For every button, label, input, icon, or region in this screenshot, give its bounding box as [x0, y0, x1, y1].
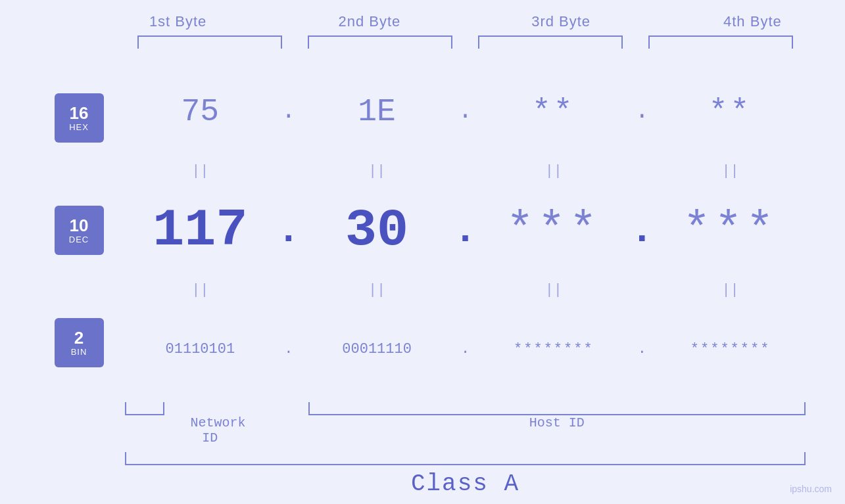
bin-b4: ******** — [690, 341, 771, 357]
byte4-header: 4th Byte — [657, 13, 845, 30]
dec-b1: 117 — [153, 200, 247, 260]
bin-badge: 2 BIN — [55, 318, 104, 367]
bin-badge-label: BIN — [71, 347, 87, 357]
dec-b4: *** — [683, 204, 778, 256]
hex-badge-label: HEX — [69, 122, 89, 132]
dec-dot3: . — [629, 208, 655, 253]
network-bracket-container — [125, 402, 295, 415]
dec-dot2: . — [452, 208, 479, 253]
watermark: ipshu.com — [790, 484, 832, 494]
bracket-cell-4 — [635, 35, 806, 49]
badges-column: 16 HEX 10 DEC 2 BIN — [39, 62, 125, 399]
hex-b4: ** — [709, 94, 752, 129]
hex-b1-cell: 75 — [125, 94, 276, 129]
top-brackets — [125, 35, 806, 49]
eq1-3: || — [479, 163, 629, 179]
equals-row-1: || || || || — [125, 161, 806, 181]
network-bracket — [125, 402, 164, 415]
dec-b3-cell: *** — [479, 204, 629, 256]
eq2-3: || — [479, 282, 629, 298]
data-columns: 75 . 1E . ** . ** — [125, 62, 806, 399]
bin-dot1: . — [276, 341, 302, 357]
bottom-brackets-row — [125, 402, 806, 415]
dec-b4-cell: *** — [655, 204, 806, 256]
hex-b2-cell: 1E — [302, 94, 452, 129]
class-label: Class A — [125, 470, 806, 497]
hex-badge: 16 HEX — [55, 93, 104, 143]
top-bracket-2 — [308, 35, 452, 49]
bottom-section: Network ID Host ID Class A — [125, 402, 806, 497]
host-id-label-container: Host ID — [302, 415, 806, 446]
dec-badge: 10 DEC — [55, 206, 104, 255]
top-bracket-3 — [478, 35, 623, 49]
eq1-1: || — [125, 163, 276, 179]
hex-b1: 75 — [181, 94, 220, 129]
bracket-cell-2 — [295, 35, 466, 49]
bin-badge-num: 2 — [74, 329, 84, 348]
byte3-header: 3rd Byte — [466, 13, 657, 30]
host-id-label: Host ID — [529, 415, 585, 430]
top-bracket-4 — [648, 35, 793, 49]
dec-b3: *** — [506, 204, 601, 256]
eq2-4: || — [655, 282, 806, 298]
host-bracket-container — [302, 402, 806, 415]
eq1-4: || — [655, 163, 806, 179]
network-id-label-container: Network ID — [125, 415, 295, 446]
main-container: 1st Byte 2nd Byte 3rd Byte 4th Byte 16 H… — [0, 0, 845, 504]
eq2-1: || — [125, 282, 276, 298]
hex-dot1: . — [276, 98, 302, 125]
bin-dot2: . — [452, 341, 479, 357]
hex-b4-cell: ** — [655, 94, 806, 129]
hex-dot3: . — [629, 98, 655, 125]
bin-b2-cell: 00011110 — [302, 341, 452, 357]
equals-row-2: || || || || — [125, 280, 806, 300]
byte2-header: 2nd Byte — [274, 13, 465, 30]
byte-headers: 1st Byte 2nd Byte 3rd Byte 4th Byte — [82, 13, 845, 30]
bin-b1-cell: 01110101 — [125, 341, 276, 357]
bin-b2: 00011110 — [342, 341, 412, 357]
dec-dot1: . — [276, 208, 302, 253]
dec-badge-num: 10 — [70, 216, 89, 235]
bin-b1: 01110101 — [166, 341, 235, 357]
eq2-2: || — [302, 282, 452, 298]
dec-row: 117 . 30 . *** . *** — [125, 181, 806, 280]
dec-b1-cell: 117 — [125, 200, 276, 260]
hex-b2: 1E — [358, 94, 396, 129]
hex-dot2: . — [452, 98, 479, 125]
top-bracket-1 — [137, 35, 282, 49]
bin-row: 01110101 . 00011110 . ******** . — [125, 300, 806, 399]
bin-dot3: . — [629, 341, 655, 357]
bin-b3: ******** — [514, 341, 594, 357]
bracket-cell-3 — [466, 35, 636, 49]
dec-b2: 30 — [345, 200, 408, 260]
labels-row: Network ID Host ID — [125, 415, 806, 446]
hex-badge-num: 16 — [70, 104, 89, 123]
bracket-cell-1 — [125, 35, 295, 49]
network-id-label: Network ID — [191, 415, 230, 446]
dec-badge-label: DEC — [69, 235, 89, 244]
content-area: 16 HEX 10 DEC 2 BIN 75 . — [39, 62, 806, 399]
bin-b4-cell: ******** — [655, 341, 806, 357]
hex-b3-cell: ** — [479, 94, 629, 129]
full-bracket-bottom — [125, 452, 806, 465]
host-bracket — [308, 402, 806, 415]
hex-b3: ** — [532, 94, 575, 129]
bin-b3-cell: ******** — [479, 341, 629, 357]
eq1-2: || — [302, 163, 452, 179]
hex-row: 75 . 1E . ** . ** — [125, 62, 806, 161]
dec-b2-cell: 30 — [302, 200, 452, 260]
byte1-header: 1st Byte — [82, 13, 274, 30]
